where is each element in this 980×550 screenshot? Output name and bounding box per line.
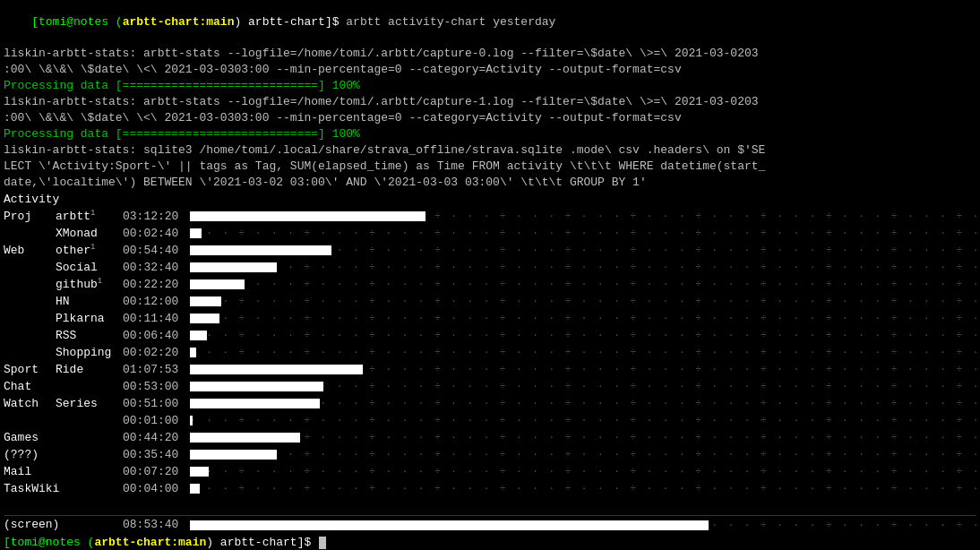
top-user: [tomi@notes ( — [31, 15, 122, 29]
cat-mail: Mail — [4, 464, 56, 480]
time-taskwiki: 00:04:00 — [123, 481, 190, 497]
sub-social: Social — [56, 260, 123, 276]
sub-github: github1 — [56, 276, 123, 293]
time-plkarna: 00:11:40 — [123, 311, 190, 327]
chart-shopping: · · · ÷ · · · ÷ · · · ÷ · · · ÷ · · · ÷ … — [190, 347, 976, 358]
chart-plkarna: · · · ÷ · · · ÷ · · · ÷ · · · ÷ · · · ÷ … — [190, 313, 976, 324]
bottom-prompt-bar: [tomi@notes (arbtt-chart:main) arbtt-cha… — [0, 534, 980, 550]
sub-ride: Ride — [56, 362, 123, 378]
time-shopping: 00:02:20 — [123, 345, 190, 361]
time-github: 00:22:20 — [123, 277, 190, 293]
output-line-3: Processing data [=======================… — [4, 78, 976, 94]
time-web-other: 00:54:40 — [123, 243, 190, 259]
output-line-9: date,\'localtime\') BETWEEN \'2021-03-02… — [4, 175, 976, 191]
cat-unknown: (???) — [4, 447, 56, 463]
time-games: 00:44:20 — [123, 430, 190, 446]
row-mail: Mail 00:07:20 · · · ÷ · · · ÷ · · · ÷ · … — [4, 463, 976, 480]
row-chat: Chat 00:53:00 · · · ÷ · · · ÷ · · · ÷ · … — [4, 378, 976, 395]
sub-rss: RSS — [56, 328, 123, 344]
bottom-branch: arbtt-chart:main — [94, 536, 206, 549]
time-hn: 00:12:00 — [123, 294, 190, 310]
chart-games: · · · ÷ · · · ÷ · · · ÷ · · · ÷ · · · ÷ … — [190, 432, 976, 443]
output-line-8: LECT \'Activity:Sport-\' || tags as Tag,… — [4, 159, 976, 175]
sub-series: Series — [56, 396, 123, 412]
activity-header: Activity — [4, 192, 976, 208]
sub-plkarna: Plkarna — [56, 311, 123, 327]
bottom-cmd: ) arbtt-chart]$ — [206, 536, 318, 549]
row-taskwiki: TaskWiki 00:04:00 · · · ÷ · · · ÷ · · · … — [4, 480, 976, 497]
time-watch-series: 00:51:00 — [123, 396, 190, 412]
output-line-5: :00\ \&\&\ \$date\ \<\ 2021-03-0303:00 -… — [4, 110, 976, 126]
chart-screen: · · · ÷ · · · ÷ · · · ÷ · · · ÷ · · · ÷ … — [190, 520, 976, 531]
cat-screen: (screen) — [4, 517, 56, 533]
cat-proj: Proj — [4, 209, 56, 225]
sub-xmonad: XMonad — [56, 226, 123, 242]
output-line-2: :00\ \&\&\ \$date\ \<\ 2021-03-0303:00 -… — [4, 62, 976, 78]
output-line-6: Processing data [=======================… — [4, 126, 976, 142]
time-screen: 08:53:40 — [123, 517, 190, 533]
time-social: 00:32:40 — [123, 260, 190, 276]
row-hn: HN 00:12:00 · · · ÷ · · · ÷ · · · ÷ · · … — [4, 293, 976, 310]
time-empty: 00:01:00 — [123, 413, 190, 429]
terminal: [tomi@notes (arbtt-chart:main) arbtt-cha… — [0, 0, 980, 550]
row-xmonad: XMonad 00:02:40 · · · ÷ · · · ÷ · · · ÷ … — [4, 225, 976, 242]
cat-chat: Chat — [4, 379, 56, 395]
time-mail: 00:07:20 — [123, 464, 190, 480]
row-proj-arbtt: Proj arbtt1 03:12:20 · · · ÷ · · · ÷ · ·… — [4, 208, 976, 225]
chart-unknown: · · · ÷ · · · ÷ · · · ÷ · · · ÷ · · · ÷ … — [190, 449, 976, 460]
output-line-7: liskin-arbtt-stats: sqlite3 /home/tomi/.… — [4, 142, 976, 159]
chart-social: · · · ÷ · · · ÷ · · · ÷ · · · ÷ · · · ÷ … — [190, 262, 976, 273]
chart-proj-arbtt: · · · ÷ · · · ÷ · · · ÷ · · · ÷ · · · ÷ … — [190, 211, 976, 222]
row-github: github1 00:22:20 · · · ÷ · · · ÷ · · · ÷… — [4, 276, 976, 293]
time-unknown: 00:35:40 — [123, 447, 190, 463]
chart-empty: · · · ÷ · · · ÷ · · · ÷ · · · ÷ · · · ÷ … — [190, 415, 976, 426]
row-unknown: (???) 00:35:40 · · · ÷ · · · ÷ · · · ÷ ·… — [4, 446, 976, 463]
sub-arbtt: arbtt1 — [56, 208, 123, 225]
sub-other: other1 — [56, 242, 123, 259]
time-rss: 00:06:40 — [123, 328, 190, 344]
chart-watch-series: · · · ÷ · · · ÷ · · · ÷ · · · ÷ · · · ÷ … — [190, 398, 976, 409]
sub-hn: HN — [56, 294, 123, 310]
chart-sport-ride: · · · ÷ · · · ÷ · · · ÷ · · · ÷ · · · ÷ … — [190, 364, 976, 375]
top-branch: arbtt-chart:main — [123, 15, 235, 29]
time-xmonad: 00:02:40 — [123, 226, 190, 242]
chart-hn: · · · ÷ · · · ÷ · · · ÷ · · · ÷ · · · ÷ … — [190, 296, 976, 307]
row-plkarna: Plkarna 00:11:40 · · · ÷ · · · ÷ · · · ÷… — [4, 310, 976, 327]
row-rss: RSS 00:06:40 · · · ÷ · · · ÷ · · · ÷ · ·… — [4, 327, 976, 344]
output-line-4: liskin-arbtt-stats: arbtt-stats --logfil… — [4, 94, 976, 110]
top-command: arbtt activity-chart yesterday — [340, 15, 556, 29]
chart-web-other: · · · ÷ · · · ÷ · · · ÷ · · · ÷ · · · ÷ … — [190, 245, 976, 256]
row-web-other: Web other1 00:54:40 · · · ÷ · · · ÷ · · … — [4, 242, 976, 259]
row-empty-time: 00:01:00 · · · ÷ · · · ÷ · · · ÷ · · · ÷… — [4, 412, 976, 429]
chart-xmonad: · · · ÷ · · · ÷ · · · ÷ · · · ÷ · · · ÷ … — [190, 228, 976, 239]
chart-mail: · · · ÷ · · · ÷ · · · ÷ · · · ÷ · · · ÷ … — [190, 466, 976, 477]
terminal-content: liskin-arbtt-stats: arbtt-stats --logfil… — [0, 44, 980, 534]
cat-taskwiki: TaskWiki — [4, 481, 56, 497]
time-sport-ride: 01:07:53 — [123, 362, 190, 378]
row-screen: (screen) 08:53:40 · · · ÷ · · · ÷ · · · … — [4, 515, 976, 532]
row-games: Games 00:44:20 · · · ÷ · · · ÷ · · · ÷ ·… — [4, 429, 976, 446]
output-line-1: liskin-arbtt-stats: arbtt-stats --logfil… — [4, 46, 976, 62]
time-chat: 00:53:00 — [123, 379, 190, 395]
time-proj-arbtt: 03:12:20 — [123, 209, 190, 225]
row-watch-series: Watch Series 00:51:00 · · · ÷ · · · ÷ · … — [4, 395, 976, 412]
cursor — [319, 537, 326, 549]
cat-sport: Sport — [4, 362, 56, 378]
chart-chat: · · · ÷ · · · ÷ · · · ÷ · · · ÷ · · · ÷ … — [190, 381, 976, 392]
cat-watch: Watch — [4, 396, 56, 412]
bottom-user: [tomi@notes ( — [4, 536, 94, 549]
row-sport-ride: Sport Ride 01:07:53 · · · ÷ · · · ÷ · · … — [4, 361, 976, 378]
top-cmd: ) arbtt-chart]$ — [234, 15, 339, 29]
chart-taskwiki: · · · ÷ · · · ÷ · · · ÷ · · · ÷ · · · ÷ … — [190, 483, 976, 494]
sub-shopping: Shopping — [56, 345, 123, 361]
row-shopping: Shopping 00:02:20 · · · ÷ · · · ÷ · · · … — [4, 344, 976, 361]
chart-github: · · · ÷ · · · ÷ · · · ÷ · · · ÷ · · · ÷ … — [190, 279, 976, 290]
chart-rss: · · · ÷ · · · ÷ · · · ÷ · · · ÷ · · · ÷ … — [190, 330, 976, 341]
row-social: Social 00:32:40 · · · ÷ · · · ÷ · · · ÷ … — [4, 259, 976, 276]
top-prompt-bar: [tomi@notes (arbtt-chart:main) arbtt-cha… — [0, 0, 980, 44]
cat-games: Games — [4, 430, 56, 446]
blank-line — [4, 497, 976, 513]
cat-web: Web — [4, 243, 56, 259]
